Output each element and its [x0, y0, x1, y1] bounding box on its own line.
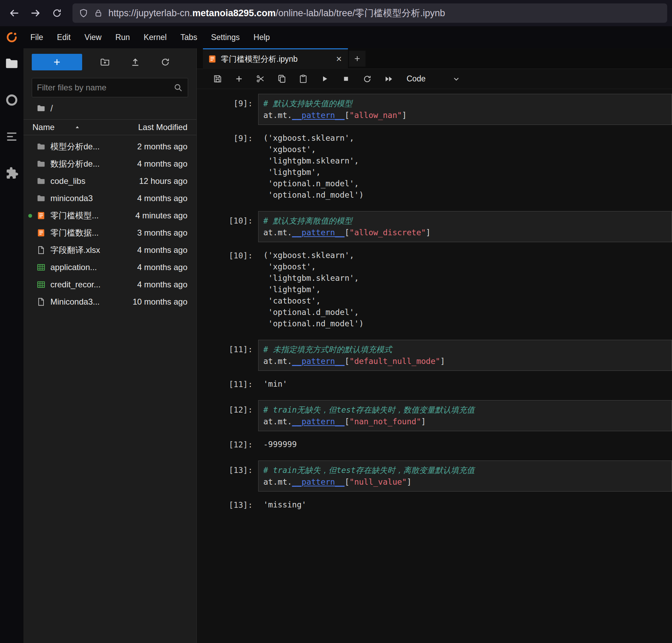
file-row[interactable]: application... 4 months ago: [23, 259, 196, 276]
new-tab-button[interactable]: [349, 51, 366, 67]
upload-button[interactable]: [128, 55, 143, 69]
file-modified: 4 months ago: [134, 280, 187, 289]
output-prompt: [13]:: [197, 499, 258, 511]
copy-cell-button[interactable]: [273, 71, 291, 87]
file-name: application...: [50, 263, 97, 272]
menu-help[interactable]: Help: [247, 26, 277, 48]
cell-output: 'min': [258, 378, 672, 390]
file-name: 零门槛数据...: [50, 227, 99, 238]
menu-file[interactable]: File: [23, 26, 50, 48]
folder-icon: [37, 142, 46, 151]
notebook-cell: [9]: # 默认支持缺失值的模型at.mt.__pattern__["allo…: [197, 94, 672, 211]
notebook-icon: [37, 228, 46, 237]
file-list: 模型分析de... 2 months ago 数据分析de... 4 month…: [23, 135, 196, 643]
url-protocol: https://jupyterlab-cn.: [108, 8, 192, 18]
cell-type-select[interactable]: Code: [407, 74, 426, 83]
refresh-files-button[interactable]: [158, 55, 173, 69]
url-path: /online-lab/lab/tree/零门槛模型分析.ipynb: [276, 8, 445, 18]
new-launcher-button[interactable]: [32, 54, 82, 70]
breadcrumb-root[interactable]: /: [50, 103, 53, 114]
notebook-cell: [11]: # 未指定填充方式时的默认填充模式at.mt.__pattern__…: [197, 340, 672, 400]
notebook-cell: [12]: # train无缺失，但test存在缺失时，数值变量默认填充值at.…: [197, 400, 672, 461]
restart-run-all-button[interactable]: [380, 71, 398, 87]
file-modified: 4 months ago: [134, 245, 187, 255]
menu-edit[interactable]: Edit: [50, 26, 78, 48]
file-row[interactable]: 字段翻译.xlsx 4 months ago: [23, 241, 196, 259]
modified-column-header[interactable]: Last Modified: [138, 122, 187, 132]
home-folder-icon[interactable]: [37, 104, 46, 113]
running-kernels-tab[interactable]: [4, 92, 19, 108]
menu-tabs[interactable]: Tabs: [174, 26, 204, 48]
file-row[interactable]: 零门槛数据... 3 months ago: [23, 224, 196, 241]
folder-icon: [37, 177, 46, 186]
new-folder-button[interactable]: [98, 55, 112, 69]
notebook-tab[interactable]: 零门槛模型分析.ipynb ×: [203, 48, 348, 69]
save-button[interactable]: [208, 71, 226, 87]
spreadsheet-icon: [37, 263, 46, 272]
notebook-cell: [13]: # train无缺失，但test存在缺失时，离散变量默认填充值at.…: [197, 461, 672, 521]
code-comment: # 默认支持缺失值的模型: [263, 99, 352, 108]
file-row[interactable]: 零门槛模型... 4 minutes ago: [23, 207, 196, 224]
shield-icon[interactable]: [79, 8, 88, 18]
close-tab-icon[interactable]: ×: [335, 54, 343, 64]
file-row[interactable]: code_libs 12 hours ago: [23, 172, 196, 190]
input-prompt: [9]:: [197, 94, 258, 109]
tab-title: 零门槛模型分析.ipynb: [221, 54, 331, 65]
code-cell-editor[interactable]: # train无缺失，但test存在缺失时，数值变量默认填充值at.mt.__p…: [258, 400, 672, 431]
file-name: code_libs: [50, 176, 85, 186]
menu-run[interactable]: Run: [108, 26, 137, 48]
name-column-label: Name: [32, 122, 55, 132]
notebook-icon: [208, 55, 217, 63]
menu-settings[interactable]: Settings: [204, 26, 246, 48]
url-text: https://jupyterlab-cn.metanoia8295.com/o…: [108, 7, 445, 19]
cell-output: ('xgboost.sklearn', 'xgboost', 'lightgbm…: [258, 132, 672, 201]
file-row[interactable]: miniconda3 4 months ago: [23, 190, 196, 207]
back-button[interactable]: [5, 4, 23, 22]
menu-items: File Edit View Run Kernel Tabs Settings …: [23, 26, 277, 48]
code-cell-editor[interactable]: # 默认支持离散值的模型at.mt.__pattern__["allow_dis…: [258, 211, 672, 242]
file-modified: 10 months ago: [129, 297, 187, 307]
tab-bar: 零门槛模型分析.ipynb ×: [197, 48, 672, 69]
file-row[interactable]: 数据分析de... 4 months ago: [23, 155, 196, 172]
code-cell-editor[interactable]: # 默认支持缺失值的模型at.mt.__pattern__["allow_nan…: [258, 94, 672, 125]
table-of-contents-tab[interactable]: [4, 129, 19, 144]
code-comment: # 默认支持离散值的模型: [263, 216, 352, 225]
file-row[interactable]: Miniconda3... 10 months ago: [23, 293, 196, 310]
menu-view[interactable]: View: [78, 26, 108, 48]
code-cell-editor[interactable]: # train无缺失，但test存在缺失时，离散变量默认填充值at.mt.__p…: [258, 461, 672, 492]
file-browser-tab[interactable]: [4, 56, 19, 71]
address-bar[interactable]: https://jupyterlab-cn.metanoia8295.com/o…: [72, 3, 667, 23]
notebook-toolbar: Code: [197, 69, 672, 89]
filter-files-input[interactable]: [37, 83, 173, 92]
file-modified: 4 months ago: [134, 159, 187, 169]
file-row[interactable]: credit_recor... 4 months ago: [23, 276, 196, 293]
main-dock-panel: 零门槛模型分析.ipynb × Code: [197, 48, 672, 643]
run-cell-button[interactable]: [315, 71, 333, 87]
name-column-header[interactable]: Name: [32, 122, 81, 132]
file-row[interactable]: 模型分析de... 2 months ago: [23, 138, 196, 155]
code-cell-editor[interactable]: # 未指定填充方式时的默认填充模式at.mt.__pattern__["defa…: [258, 340, 672, 371]
menu-kernel[interactable]: Kernel: [137, 26, 173, 48]
browser-toolbar: https://jupyterlab-cn.metanoia8295.com/o…: [0, 0, 672, 26]
code-comment: # train无缺失，但test存在缺失时，数值变量默认填充值: [263, 405, 475, 414]
restart-kernel-button[interactable]: [358, 71, 376, 87]
cell-output: ('xgboost.sklearn', 'xgboost', 'lightgbm…: [258, 250, 672, 329]
notebook-scroll-area[interactable]: [9]: # 默认支持缺失值的模型at.mt.__pattern__["allo…: [197, 89, 672, 643]
cut-cell-button[interactable]: [251, 71, 269, 87]
forward-button[interactable]: [26, 4, 45, 22]
lock-icon[interactable]: [94, 9, 103, 18]
chevron-down-icon[interactable]: [452, 75, 461, 83]
reload-button[interactable]: [48, 4, 66, 22]
output-prompt: [12]:: [197, 439, 258, 451]
extensions-tab[interactable]: [4, 166, 19, 181]
insert-cell-button[interactable]: [230, 71, 248, 87]
file-modified: 4 months ago: [134, 194, 187, 203]
file-name: credit_recor...: [50, 280, 100, 289]
code-comment: # train无缺失，但test存在缺失时，离散变量默认填充值: [263, 466, 475, 475]
interrupt-kernel-button[interactable]: [337, 71, 355, 87]
file-name: miniconda3: [50, 194, 93, 203]
menu-bar: File Edit View Run Kernel Tabs Settings …: [0, 26, 672, 48]
paste-cell-button[interactable]: [294, 71, 312, 87]
jupyterlab-shell: File Edit View Run Kernel Tabs Settings …: [0, 26, 672, 643]
input-prompt: [13]:: [197, 461, 258, 476]
